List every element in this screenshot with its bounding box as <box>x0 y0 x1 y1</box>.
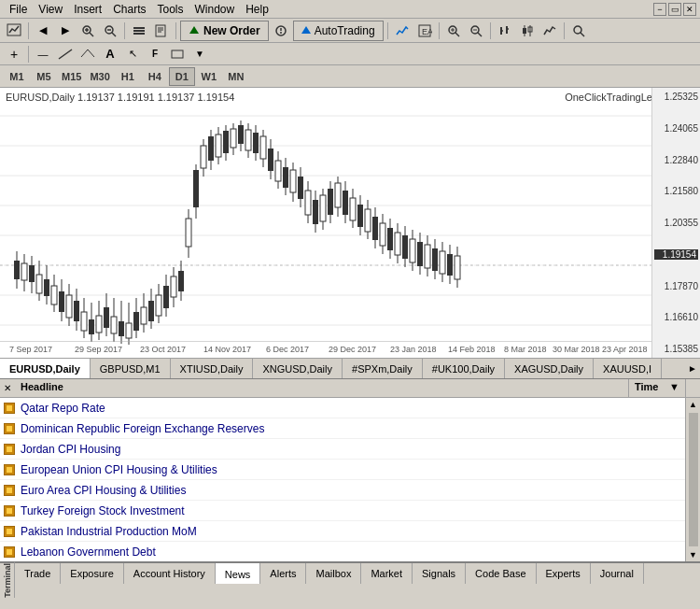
zoom-minus[interactable] <box>466 21 486 41</box>
svg-rect-133 <box>313 200 318 224</box>
chart-area[interactable]: EURUSD,Daily 1.19137 1.19191 1.19137 1.1… <box>0 88 700 359</box>
terminal-tab-codebase[interactable]: Code Base <box>466 562 536 584</box>
terminal-tab-trade[interactable]: Trade <box>15 562 61 584</box>
crosshair-button[interactable]: + <box>4 44 24 64</box>
terminal-tab-mailbox[interactable]: Mailbox <box>306 562 361 584</box>
menu-insert[interactable]: Insert <box>68 1 107 18</box>
menu-help[interactable]: Help <box>240 1 274 18</box>
list-item[interactable]: Dominican Republic Foreign Exchange Rese… <box>0 418 685 439</box>
indicator-button[interactable] <box>392 21 413 41</box>
list-item[interactable]: Turkey Foreign Stock Investment <box>0 501 685 521</box>
list-item[interactable]: Euro Area CPI Housing & Utilities <box>0 480 685 501</box>
date-label-4: 14 Nov 2017 <box>203 345 251 354</box>
chart-type-candle[interactable] <box>517 21 538 41</box>
cursor-button[interactable]: ↖ <box>122 44 143 64</box>
date-label-5: 6 Dec 2017 <box>266 345 309 354</box>
new-order-button[interactable]: New Order <box>180 21 269 41</box>
terminal-tab-alerts[interactable]: Alerts <box>260 562 306 584</box>
terminal-label-area: Terminal <box>0 561 15 598</box>
search-button[interactable] <box>568 21 589 41</box>
horizontal-line-button[interactable]: — <box>33 44 53 64</box>
chart-tab-scroll[interactable]: ► <box>685 359 700 379</box>
terminal-tab-signals[interactable]: Signals <box>413 562 466 584</box>
scroll-thumb[interactable] <box>689 413 698 546</box>
svg-rect-77 <box>104 307 109 328</box>
chart-tab-5[interactable]: #UK100,Daily <box>423 359 505 379</box>
expand-draw[interactable]: ▼ <box>189 44 210 64</box>
list-item[interactable]: Jordan CPI Housing <box>0 439 685 460</box>
terminal-tab-journal[interactable]: Journal <box>591 562 644 584</box>
news-close-button[interactable]: ✕ <box>0 379 15 397</box>
time-sort-icon[interactable]: ▼ <box>669 381 679 395</box>
list-item[interactable]: Pakistan Industrial Production MoM <box>0 521 685 542</box>
scroll-down-btn[interactable]: ▼ <box>687 548 699 561</box>
terminal-tab-market[interactable]: Market <box>361 562 413 584</box>
templates-button[interactable] <box>151 21 172 41</box>
tf-d1[interactable]: D1 <box>169 67 195 86</box>
svg-rect-8 <box>133 27 145 29</box>
tf-h4[interactable]: H4 <box>142 67 168 86</box>
news-item-text-0: Qatar Repo Rate <box>19 402 629 415</box>
tf-m5[interactable]: M5 <box>31 67 57 86</box>
zoom-plus[interactable] <box>443 21 464 41</box>
terminal-tab-account-history[interactable]: Account History <box>124 562 216 584</box>
svg-rect-10 <box>133 33 145 35</box>
news-scrollbar[interactable]: ▲ ▼ <box>685 398 700 561</box>
tf-m1[interactable]: M1 <box>4 67 30 86</box>
tf-w1[interactable]: W1 <box>196 67 222 86</box>
terminal-tab-exposure[interactable]: Exposure <box>61 562 123 584</box>
autotrading-button[interactable]: AutoTrading <box>293 21 384 41</box>
tf-h1[interactable]: H1 <box>115 67 141 86</box>
chart-tab-6[interactable]: XAGUSD,Daily <box>505 359 594 379</box>
text-button[interactable]: A <box>100 44 120 64</box>
list-item[interactable]: European Union CPI Housing & Utilities <box>0 460 685 480</box>
list-item[interactable]: Lebanon Government Debt <box>0 542 685 561</box>
chart-type-line[interactable] <box>539 21 560 41</box>
draw-tool-3[interactable] <box>77 44 98 64</box>
zoom-out-button[interactable] <box>100 21 120 41</box>
close-button[interactable]: ✕ <box>683 3 696 16</box>
scroll-left-button[interactable]: ◀ <box>33 21 53 41</box>
fib-button[interactable]: F <box>145 44 165 64</box>
menu-view[interactable]: View <box>33 1 68 18</box>
menu-tools[interactable]: Tools <box>152 1 189 18</box>
price-chart[interactable] <box>0 88 651 358</box>
menu-window[interactable]: Window <box>189 1 241 18</box>
zoom-in-button[interactable] <box>77 21 98 41</box>
tf-m15[interactable]: M15 <box>58 67 85 86</box>
expert-button[interactable]: EA <box>414 21 435 41</box>
properties-button[interactable] <box>129 21 149 41</box>
chart-tab-1[interactable]: GBPUSD,M1 <box>91 359 171 379</box>
chart-tab-7[interactable]: XAUUSD,I <box>594 359 662 379</box>
tf-mn[interactable]: MN <box>223 67 249 86</box>
menu-file[interactable]: File <box>4 1 33 18</box>
tf-m30[interactable]: M30 <box>86 67 113 86</box>
terminal-bar-wrapper: Terminal Trade Exposure Account History … <box>0 561 700 598</box>
minimize-button[interactable]: − <box>653 3 666 16</box>
terminal-tab-news[interactable]: News <box>216 562 261 584</box>
new-chart-button[interactable] <box>4 21 24 41</box>
scroll-right-button[interactable]: ▶ <box>55 21 76 41</box>
svg-line-2 <box>90 33 93 36</box>
svg-rect-123 <box>275 161 281 181</box>
chart-tab-3[interactable]: XNGUSD,Daily <box>253 359 343 379</box>
restore-button[interactable]: ▭ <box>668 3 681 16</box>
scroll-up-btn[interactable]: ▲ <box>687 398 699 411</box>
chart-tab-4[interactable]: #SPXm,Daily <box>343 359 423 379</box>
list-item[interactable]: Qatar Repo Rate <box>0 398 685 418</box>
chart-tab-0[interactable]: EURUSD,Daily <box>0 359 91 379</box>
chart-tab-2[interactable]: XTIUSD,Daily <box>171 359 254 379</box>
menu-charts[interactable]: Charts <box>107 1 151 18</box>
news-item-icon-5 <box>0 505 19 517</box>
svg-rect-125 <box>283 167 288 188</box>
order-icon[interactable] <box>271 21 291 41</box>
svg-rect-53 <box>14 261 20 279</box>
svg-rect-9 <box>133 30 145 32</box>
terminal-tab-experts[interactable]: Experts <box>537 562 591 584</box>
chart-type-bar[interactable] <box>495 21 515 41</box>
svg-rect-127 <box>290 170 296 192</box>
toolbar-sep-5 <box>439 22 440 39</box>
price-4: 1.21580 <box>654 186 698 196</box>
shapes-button[interactable] <box>167 44 188 64</box>
trendline-button[interactable] <box>55 44 76 64</box>
